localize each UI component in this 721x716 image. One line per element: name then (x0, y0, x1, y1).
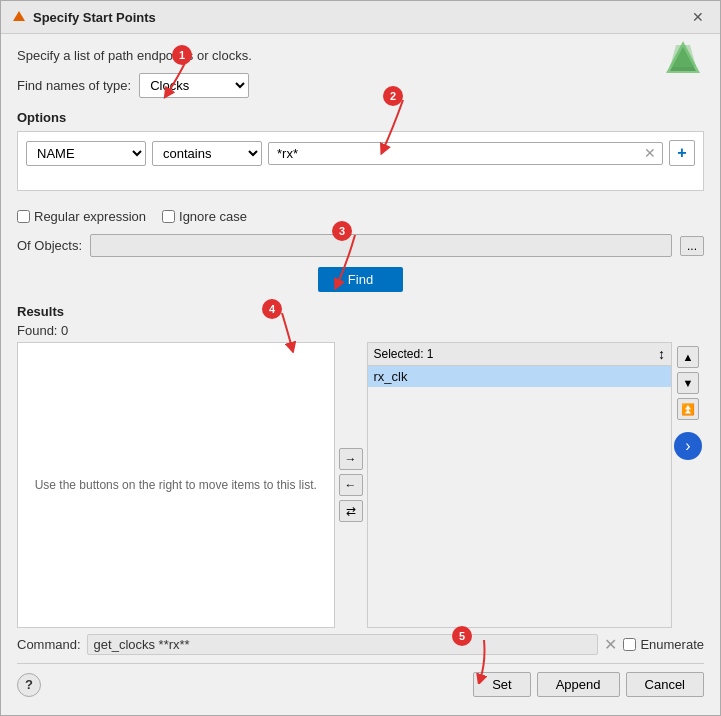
results-title: Results (17, 304, 64, 319)
filter-input[interactable] (273, 143, 642, 164)
results-header: Results (17, 304, 704, 319)
found-panel: Use the buttons on the right to move ite… (17, 342, 335, 628)
app-icon (11, 9, 27, 25)
command-value: get_clocks **rx** (87, 634, 599, 655)
of-objects-label: Of Objects: (17, 238, 82, 253)
annotation-3: 3 (332, 221, 352, 241)
find-button[interactable]: Find (318, 267, 403, 292)
of-objects-browse-button[interactable]: ... (680, 236, 704, 256)
append-button[interactable]: Append (537, 672, 620, 697)
annotation-1: 1 (172, 45, 192, 65)
annotation-4: 4 (262, 299, 282, 319)
move-down-button[interactable]: ▼ (677, 372, 699, 394)
transfer-both-button[interactable]: ⇄ (339, 500, 363, 522)
transfer-buttons: → ← ⇄ (335, 342, 367, 628)
dialog-title: Specify Start Points (33, 10, 156, 25)
filter-clear-button[interactable]: ✕ (642, 146, 658, 160)
bottom-buttons: ? 5 Set Append Cancel (17, 663, 704, 701)
found-count: Found: 0 (17, 323, 68, 338)
move-top-button[interactable]: ⏫ (677, 398, 699, 420)
selected-move-buttons: ▲ ▼ ⏫ › (672, 342, 704, 628)
results-counts-row: Found: 0 4 (17, 323, 704, 338)
options-name-select[interactable]: NAME TYPE DIRECTION (26, 141, 146, 166)
blue-action-button[interactable]: › (674, 432, 702, 460)
of-objects-input[interactable] (90, 234, 672, 257)
enumerate-checkbox[interactable] (623, 638, 636, 651)
of-objects-row: Of Objects: ... (17, 234, 704, 257)
find-names-row: Find names of type: Clocks Ports Nets Ce… (17, 73, 704, 98)
selected-header: Selected: 1 ↕ (368, 343, 672, 366)
results-section: Results Found: 0 4 Use the buttons on th… (17, 304, 704, 663)
checkbox-row: Regular expression Ignore case (17, 209, 704, 224)
cancel-button[interactable]: Cancel (626, 672, 704, 697)
add-filter-button[interactable]: + (669, 140, 695, 166)
options-filter-row: NAME TYPE DIRECTION contains equals star… (26, 140, 695, 166)
help-button[interactable]: ? (17, 673, 41, 697)
close-button[interactable]: ✕ (686, 7, 710, 27)
find-names-select[interactable]: Clocks Ports Nets Cells Pins (139, 73, 249, 98)
filter-input-wrap: ✕ (268, 142, 663, 165)
enumerate-label[interactable]: Enumerate (623, 637, 704, 652)
regular-expression-checkbox[interactable] (17, 210, 30, 223)
intro-text: Specify a list of path endpoints or cloc… (17, 48, 704, 63)
move-up-button[interactable]: ▲ (677, 346, 699, 368)
command-row: Command: get_clocks **rx** ✕ Enumerate (17, 634, 704, 655)
set-button[interactable]: Set (473, 672, 531, 697)
regular-expression-label[interactable]: Regular expression (17, 209, 146, 224)
command-clear-button[interactable]: ✕ (604, 637, 617, 653)
find-names-label: Find names of type: (17, 78, 131, 93)
find-btn-row: 3 Find (17, 267, 704, 292)
options-contains-select[interactable]: contains equals starts with ends with (152, 141, 262, 166)
logo-area (662, 37, 704, 82)
annotation-2: 2 (383, 86, 403, 106)
selected-item[interactable]: rx_clk (368, 366, 672, 387)
logo-icon (662, 37, 704, 79)
svg-marker-0 (13, 11, 25, 21)
transfer-left-button[interactable]: ← (339, 474, 363, 496)
title-bar: Specify Start Points ✕ (1, 1, 720, 34)
options-title: Options (17, 110, 704, 125)
command-label: Command: (17, 637, 81, 652)
options-area: NAME TYPE DIRECTION contains equals star… (17, 131, 704, 191)
svg-marker-3 (670, 45, 696, 67)
transfer-right-button[interactable]: → (339, 448, 363, 470)
sort-icon[interactable]: ↕ (658, 346, 665, 362)
ignore-case-checkbox[interactable] (162, 210, 175, 223)
selected-panel: Selected: 1 ↕ rx_clk (367, 342, 673, 628)
ignore-case-label[interactable]: Ignore case (162, 209, 247, 224)
options-section: Options NAME TYPE DIRECTION contains equ… (17, 110, 704, 201)
results-panels-row: Use the buttons on the right to move ite… (17, 342, 704, 628)
annotation-5: 5 (452, 626, 472, 646)
